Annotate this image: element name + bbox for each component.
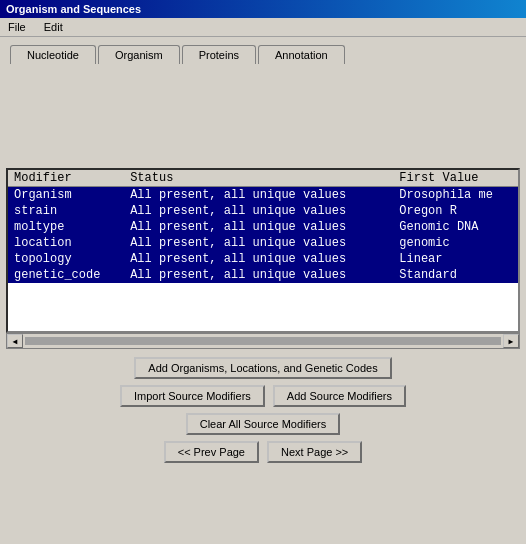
add-source-button[interactable]: Add Source Modifiers xyxy=(273,385,406,407)
cell-modifier: genetic_code xyxy=(8,267,124,283)
table-row: moltype All present, all unique values G… xyxy=(8,219,518,235)
cell-modifier: Organism xyxy=(8,187,124,204)
nav-row: << Prev Page Next Page >> xyxy=(164,441,363,463)
cell-status: All present, all unique values xyxy=(124,251,393,267)
col-first-value: First Value xyxy=(393,170,518,187)
import-add-row: Import Source Modifiers Add Source Modif… xyxy=(120,385,406,407)
scroll-track[interactable] xyxy=(25,337,501,345)
cell-modifier: topology xyxy=(8,251,124,267)
title-bar: Organism and Sequences xyxy=(0,0,526,18)
cell-first-value: Drosophila me xyxy=(393,187,518,204)
horizontal-scrollbar[interactable]: ◀ ▶ xyxy=(6,333,520,349)
add-organisms-button[interactable]: Add Organisms, Locations, and Genetic Co… xyxy=(134,357,391,379)
table-row: location All present, all unique values … xyxy=(8,235,518,251)
import-source-button[interactable]: Import Source Modifiers xyxy=(120,385,265,407)
table-scroll-inner: Modifier Status First Value Organism All… xyxy=(8,170,518,283)
tab-organism[interactable]: Organism xyxy=(98,45,180,64)
tab-annotation[interactable]: Annotation xyxy=(258,45,345,64)
next-page-button[interactable]: Next Page >> xyxy=(267,441,362,463)
col-modifier: Modifier xyxy=(8,170,124,187)
scroll-left-arrow[interactable]: ◀ xyxy=(7,334,23,348)
table-row: topology All present, all unique values … xyxy=(8,251,518,267)
cell-status: All present, all unique values xyxy=(124,267,393,283)
cell-status: All present, all unique values xyxy=(124,203,393,219)
menu-edit[interactable]: Edit xyxy=(40,20,67,34)
clear-row: Clear All Source Modifiers xyxy=(186,413,341,435)
add-organisms-row: Add Organisms, Locations, and Genetic Co… xyxy=(134,357,391,379)
table-row: strain All present, all unique values Or… xyxy=(8,203,518,219)
cell-modifier: location xyxy=(8,235,124,251)
data-table: Modifier Status First Value Organism All… xyxy=(8,170,518,283)
spacer xyxy=(10,70,516,160)
main-content: Nucleotide Organism Proteins Annotation xyxy=(0,37,526,168)
table-header-row: Modifier Status First Value xyxy=(8,170,518,187)
cell-first-value: Genomic DNA xyxy=(393,219,518,235)
cell-first-value: Oregon R xyxy=(393,203,518,219)
cell-modifier: strain xyxy=(8,203,124,219)
data-table-container[interactable]: Modifier Status First Value Organism All… xyxy=(6,168,520,333)
cell-first-value: Linear xyxy=(393,251,518,267)
prev-page-button[interactable]: << Prev Page xyxy=(164,441,259,463)
title-text: Organism and Sequences xyxy=(6,3,141,15)
table-row: genetic_code All present, all unique val… xyxy=(8,267,518,283)
cell-modifier: moltype xyxy=(8,219,124,235)
cell-first-value: Standard xyxy=(393,267,518,283)
col-status: Status xyxy=(124,170,393,187)
cell-status: All present, all unique values xyxy=(124,187,393,204)
tab-bar: Nucleotide Organism Proteins Annotation xyxy=(10,45,516,64)
menu-bar: File Edit xyxy=(0,18,526,37)
tab-proteins[interactable]: Proteins xyxy=(182,45,256,64)
tab-nucleotide[interactable]: Nucleotide xyxy=(10,45,96,64)
cell-first-value: genomic xyxy=(393,235,518,251)
cell-status: All present, all unique values xyxy=(124,219,393,235)
menu-file[interactable]: File xyxy=(4,20,30,34)
clear-all-button[interactable]: Clear All Source Modifiers xyxy=(186,413,341,435)
table-row: Organism All present, all unique values … xyxy=(8,187,518,204)
cell-status: All present, all unique values xyxy=(124,235,393,251)
scroll-right-arrow[interactable]: ▶ xyxy=(503,334,519,348)
buttons-section: Add Organisms, Locations, and Genetic Co… xyxy=(0,349,526,467)
